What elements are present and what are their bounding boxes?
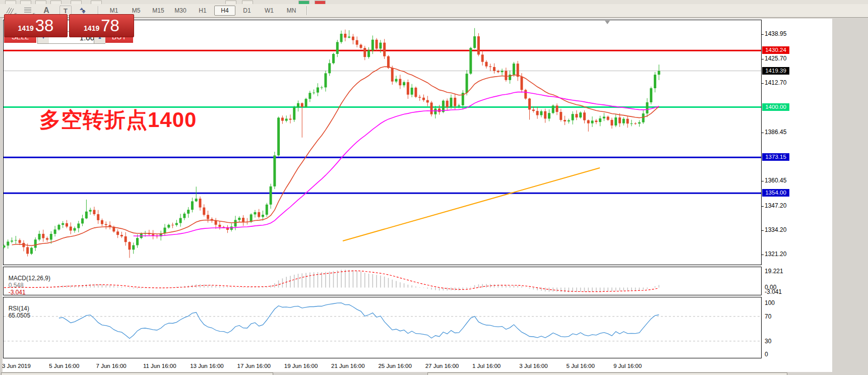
sell-underline <box>4 43 36 44</box>
price-badge: 1373.15 <box>762 153 789 161</box>
toolbar-stub-icon <box>35 1 46 4</box>
chart-annotation-text: 多空转折点1400 <box>39 106 197 134</box>
date-axis-label: 13 Jun 16:00 <box>190 363 224 369</box>
date-axis-label: 21 Jun 16:00 <box>331 363 365 369</box>
rsi-axis-0: 0 <box>765 351 768 358</box>
price-pane[interactable] <box>3 20 762 265</box>
toolbar-stub-icon <box>298 1 309 4</box>
price-tick-mark <box>762 181 764 181</box>
timeframe-button-mn[interactable]: MN <box>281 6 302 16</box>
date-axis-label: 25 Jun 16:00 <box>378 363 412 369</box>
timeframe-button-m15[interactable]: M15 <box>148 6 169 16</box>
price-tick-mark <box>762 206 764 207</box>
price-badge: 1400.00 <box>762 103 789 111</box>
price-badge: 1430.24 <box>762 46 789 54</box>
macd-axis-last: -3.041 <box>765 288 782 295</box>
price-axis-label: 1321.20 <box>765 251 786 258</box>
price-badge: 1354.00 <box>762 189 789 197</box>
price-axis-label: 1438.95 <box>765 30 786 37</box>
date-axis-label: 5 Jul 16:00 <box>567 363 595 369</box>
price-badge: 1419.39 <box>762 67 789 75</box>
toolbar-stub-icon <box>50 1 61 4</box>
macd-axis-max: 19.221 <box>765 268 783 275</box>
date-axis-label: 7 Jun 16:00 <box>96 363 127 369</box>
date-axis-label: 5 Jun 16:00 <box>49 363 79 369</box>
price-tick-mark <box>762 34 764 35</box>
date-axis-label: 27 Jun 16:00 <box>425 363 459 369</box>
price-axis-label: 1425.70 <box>765 55 786 62</box>
macd-signal-value: -3.041 <box>9 289 26 296</box>
price-tick-mark <box>762 133 764 133</box>
sell-price-box[interactable]: 1419 38 <box>4 14 68 37</box>
buy-price-box[interactable]: 1419 78 <box>69 14 134 37</box>
date-axis-label: 9 Jul 16:00 <box>613 363 642 369</box>
sell-price-pips: 38 <box>35 16 54 35</box>
price-tick-mark <box>762 255 764 255</box>
rsi-axis-100: 100 <box>765 299 775 306</box>
price-axis-label: 1386.45 <box>765 129 786 136</box>
price-axis-label: 1334.20 <box>765 226 786 233</box>
macd-main-value: 0.548 <box>9 282 24 289</box>
rsi-axis-30: 30 <box>765 338 771 345</box>
rsi-pane[interactable] <box>3 297 762 358</box>
toolbar-stub-icon <box>242 1 253 4</box>
timeframe-button-d1[interactable]: D1 <box>236 6 258 16</box>
buy-price-main: 1419 <box>84 24 99 32</box>
chart-tab[interactable] <box>427 372 787 375</box>
date-axis-label: 1 Jul 16:00 <box>472 363 501 369</box>
toolbar-stub-icon <box>5 1 16 4</box>
buy-underline <box>105 43 133 44</box>
price-tick-mark <box>762 230 764 231</box>
date-axis-label: 11 Jun 16:00 <box>143 363 176 369</box>
toolbar-stub-icon <box>20 1 31 4</box>
rsi-axis-70: 70 <box>765 313 771 320</box>
chart-tab[interactable] <box>1 372 273 375</box>
macd-label: MACD(12,26,9) 0.548 -3.041 <box>5 268 50 296</box>
toolbar-stub-icon <box>71 1 82 4</box>
date-axis-label: 3 Jul 16:00 <box>519 363 547 369</box>
timeframe-button-h4[interactable]: H4 <box>214 6 235 16</box>
chart-tabs-strip <box>0 372 868 375</box>
date-axis-label: 3 Jun 2019 <box>2 363 31 369</box>
buy-price-pips: 78 <box>101 16 119 35</box>
toolbar-stub-icon <box>91 1 102 4</box>
timeframe-button-w1[interactable]: W1 <box>259 6 280 16</box>
timeframe-button-h1[interactable]: H1 <box>192 6 213 16</box>
macd-pane[interactable] <box>3 267 762 295</box>
date-axis-label: 19 Jun 16:00 <box>284 363 318 369</box>
rsi-value: 65.0505 <box>9 312 30 319</box>
price-tick-mark <box>762 83 764 84</box>
price-axis-label: 1347.20 <box>765 202 786 209</box>
price-axis-label: 1412.70 <box>765 79 786 86</box>
price-tick-mark <box>762 59 764 59</box>
price-axis-label: 1360.45 <box>765 177 786 184</box>
sell-price-main: 1419 <box>18 24 34 32</box>
date-axis-label: 17 Jun 16:00 <box>237 363 271 369</box>
toolbar-stub-icon <box>225 1 236 4</box>
rsi-label: RSI(14) 65.0505 <box>5 298 30 319</box>
timeframe-button-m30[interactable]: M30 <box>170 6 191 16</box>
toolbar-separator <box>306 6 307 15</box>
toolbar-stub-icon <box>315 1 326 4</box>
